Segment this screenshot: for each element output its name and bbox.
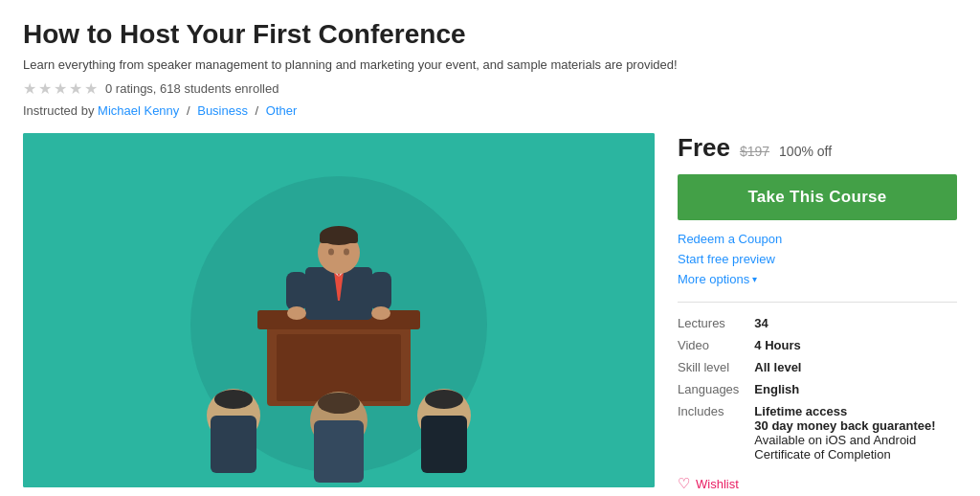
svg-point-22 — [344, 249, 349, 256]
svg-point-25 — [287, 306, 306, 320]
star-1: ★ — [23, 79, 36, 98]
price-free: Free — [678, 133, 730, 163]
start-preview-link[interactable]: Start free preview — [678, 252, 957, 266]
svg-point-29 — [214, 390, 253, 409]
course-meta: Lectures 34 Video 4 Hours Skill level Al… — [678, 316, 957, 462]
take-course-button[interactable]: Take This Course — [678, 174, 957, 220]
star-2: ★ — [38, 79, 52, 98]
subcategory-link[interactable]: Other — [266, 103, 298, 118]
ratings-text: 0 ratings, 618 students enrolled — [105, 81, 278, 96]
star-3: ★ — [54, 79, 67, 98]
skill-label: Skill level — [678, 360, 739, 374]
price-original: $197 — [740, 144, 769, 159]
more-options-link[interactable]: More options ▾ — [678, 272, 957, 286]
chevron-down-icon: ▾ — [752, 274, 757, 284]
svg-point-21 — [328, 249, 334, 256]
instructor-label: Instructed by — [23, 103, 94, 118]
includes-line2: 30 day money back guarantee! — [754, 418, 957, 433]
star-4: ★ — [69, 79, 82, 98]
star-5: ★ — [84, 79, 98, 98]
wishlist-row[interactable]: ♡ Wishlist — [678, 475, 957, 492]
svg-point-26 — [371, 306, 390, 320]
includes-values: Lifetime access 30 day money back guaran… — [754, 404, 957, 462]
svg-rect-4 — [277, 334, 401, 401]
wishlist-label: Wishlist — [696, 477, 739, 491]
more-options-label: More options — [678, 272, 749, 286]
lectures-value: 34 — [754, 316, 957, 330]
breadcrumb-separator-2: / — [256, 103, 262, 118]
skill-value: All level — [754, 360, 957, 374]
page-subtitle: Learn everything from speaker management… — [23, 57, 957, 72]
instructor-link[interactable]: Michael Kenny — [98, 103, 179, 118]
course-image — [23, 133, 655, 487]
instructor-row: Instructed by Michael Kenny / Business /… — [23, 103, 957, 118]
includes-line3: Available on iOS and Android — [754, 433, 957, 447]
svg-rect-24 — [370, 272, 391, 310]
languages-value: English — [754, 382, 957, 396]
includes-label: Includes — [678, 404, 739, 462]
redeem-coupon-link[interactable]: Redeem a Coupon — [678, 232, 957, 246]
video-value: 4 Hours — [754, 338, 957, 352]
svg-rect-28 — [211, 416, 256, 473]
category-link[interactable]: Business — [197, 103, 248, 118]
price-row: Free $197 100% off — [678, 133, 957, 163]
divider — [678, 302, 957, 303]
svg-rect-20 — [320, 236, 358, 243]
heart-icon: ♡ — [678, 475, 690, 492]
svg-point-32 — [318, 393, 360, 414]
svg-rect-23 — [286, 272, 307, 310]
languages-label: Languages — [678, 382, 739, 396]
svg-point-35 — [425, 390, 463, 409]
breadcrumb-separator: / — [187, 103, 190, 118]
star-rating: ★ ★ ★ ★ ★ — [23, 79, 98, 98]
svg-rect-34 — [421, 416, 467, 473]
includes-line1: Lifetime access — [754, 404, 957, 418]
sidebar: Free $197 100% off Take This Course Rede… — [678, 133, 957, 492]
price-discount: 100% off — [779, 144, 832, 159]
main-content: Free $197 100% off Take This Course Rede… — [23, 133, 957, 492]
video-label: Video — [678, 338, 739, 352]
svg-rect-31 — [314, 420, 364, 483]
page-title: How to Host Your First Conference — [23, 19, 957, 50]
ratings-row: ★ ★ ★ ★ ★ 0 ratings, 618 students enroll… — [23, 79, 957, 98]
lectures-label: Lectures — [678, 316, 739, 330]
sidebar-links: Redeem a Coupon Start free preview More … — [678, 232, 957, 286]
includes-line4: Certificate of Completion — [754, 447, 957, 462]
